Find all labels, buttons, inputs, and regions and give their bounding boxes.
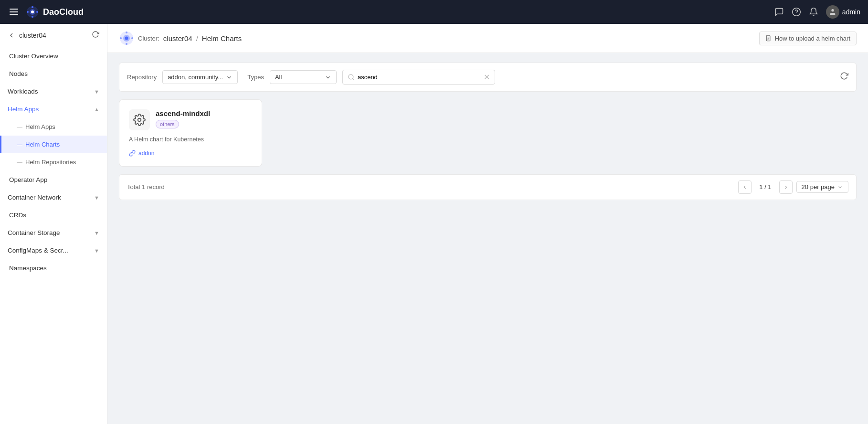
pagination-bar: Total 1 record 1 / 1 20 per page [119, 174, 857, 200]
svg-point-12 [125, 37, 128, 40]
sidebar-refresh-button[interactable] [92, 31, 99, 40]
page-info: 1 / 1 [755, 183, 775, 191]
link-icon [129, 150, 136, 157]
sidebar-item-operator-app[interactable]: Operator App [0, 171, 107, 189]
sidebar-item-workloads[interactable]: Workloads ▼ [0, 83, 107, 100]
avatar [826, 5, 839, 19]
sidebar-item-cluster-overview[interactable]: Cluster Overview [0, 47, 107, 65]
dash-icon: — [17, 124, 22, 130]
helm-apps-chevron-icon: ▲ [94, 106, 99, 112]
chart-repo: addon [129, 150, 252, 157]
container-network-chevron-icon: ▼ [94, 195, 99, 201]
back-arrow-icon [8, 32, 15, 39]
svg-point-2 [31, 11, 34, 13]
sidebar-item-configmaps[interactable]: ConfigMaps & Secr... ▼ [0, 242, 107, 259]
chart-card-ascend-mindxdl[interactable]: ascend-mindxdl others A Helm chart for K… [119, 99, 262, 167]
sidebar-item-helm-apps-sub[interactable]: —Helm Apps [0, 118, 107, 136]
per-page-chevron-icon [837, 184, 843, 190]
breadcrumb-separator: / [196, 34, 198, 42]
svg-point-7 [793, 8, 801, 16]
container-storage-chevron-icon: ▼ [94, 230, 99, 236]
sidebar-item-helm-charts[interactable]: —Helm Charts [0, 136, 107, 153]
sidebar-item-container-storage[interactable]: Container Storage ▼ [0, 224, 107, 242]
sidebar-item-container-network[interactable]: Container Network ▼ [0, 189, 107, 206]
types-value: All [275, 74, 282, 81]
sidebar-header: cluster04 [0, 24, 107, 47]
next-page-button[interactable] [779, 180, 793, 194]
svg-point-14 [126, 43, 127, 45]
breadcrumb-bar: Cluster: cluster04 / Helm Charts How to … [107, 24, 868, 53]
app-title: DaoCloud [43, 7, 84, 17]
main-content: Cluster: cluster04 / Helm Charts How to … [107, 24, 868, 424]
breadcrumb-cluster-label: Cluster: [138, 35, 159, 42]
sidebar: cluster04 Cluster Overview Nodes Workloa… [0, 24, 107, 424]
per-page-value: 20 per page [802, 183, 835, 191]
sidebar-item-helm-apps[interactable]: Helm Apps ▲ [0, 100, 107, 118]
search-clear-button[interactable]: ✕ [484, 73, 490, 82]
filter-bar: Repository addon, community... Types All… [119, 63, 857, 92]
repository-label: Repository [127, 74, 157, 81]
topnav: DaoCloud admin [0, 0, 868, 24]
charts-grid: ascend-mindxdl others A Helm chart for K… [119, 99, 857, 167]
svg-point-15 [120, 37, 122, 39]
help-icon[interactable] [792, 7, 801, 17]
dropdown-chevron-icon [226, 74, 233, 81]
user-menu[interactable]: admin [826, 5, 860, 19]
repository-select[interactable]: addon, community... [162, 70, 238, 84]
hamburger-menu[interactable] [8, 7, 20, 17]
help-link-button[interactable]: How to upload a helm chart [759, 32, 857, 45]
svg-point-23 [138, 118, 141, 122]
sidebar-item-helm-repos[interactable]: —Helm Repositories [0, 153, 107, 171]
chart-title-area: ascend-mindxdl others [156, 109, 252, 128]
sidebar-item-crds[interactable]: CRDs [0, 206, 107, 224]
cluster-name: cluster04 [19, 32, 46, 39]
svg-point-16 [131, 37, 133, 39]
bell-icon[interactable] [809, 7, 818, 17]
document-icon [765, 35, 772, 42]
chart-repo-name: addon [138, 150, 154, 157]
svg-point-5 [27, 11, 29, 13]
gear-icon [133, 114, 146, 126]
types-select[interactable]: All [270, 70, 337, 84]
configmaps-chevron-icon: ▼ [94, 248, 99, 254]
svg-point-9 [831, 9, 834, 11]
svg-line-22 [352, 78, 354, 80]
types-label: Types [247, 74, 264, 81]
back-to-clusters[interactable]: cluster04 [8, 32, 46, 39]
svg-point-21 [349, 74, 353, 79]
breadcrumb-cluster-name[interactable]: cluster04 [163, 34, 192, 42]
svg-point-4 [32, 16, 33, 18]
dash-icon: — [17, 159, 22, 166]
sidebar-nav: Cluster Overview Nodes Workloads ▼ Helm … [0, 47, 107, 424]
help-link-label: How to upload a helm chart [775, 35, 850, 42]
svg-point-13 [126, 32, 127, 33]
types-chevron-icon [325, 74, 331, 81]
breadcrumb-page: Helm Charts [202, 34, 242, 42]
chat-icon[interactable] [774, 7, 784, 17]
dash-icon: — [17, 141, 22, 148]
chart-title: ascend-mindxdl [156, 109, 252, 117]
pagination-controls: 1 / 1 20 per page [738, 180, 848, 194]
chart-card-header: ascend-mindxdl others [129, 109, 252, 130]
chart-description: A Helm chart for Kubernetes [129, 135, 252, 144]
page-content: Repository addon, community... Types All… [107, 53, 868, 424]
chart-icon-box [129, 109, 150, 130]
breadcrumb: Cluster: cluster04 / Helm Charts [119, 31, 242, 46]
svg-point-6 [36, 11, 38, 13]
refresh-button[interactable] [840, 72, 848, 83]
per-page-select[interactable]: 20 per page [796, 181, 848, 193]
repository-value: addon, community... [168, 74, 223, 81]
prev-page-button[interactable] [738, 180, 752, 194]
svg-point-3 [32, 6, 33, 8]
logo: DaoCloud [26, 5, 84, 19]
username: admin [842, 8, 860, 16]
search-box[interactable]: ✕ [342, 70, 495, 85]
search-input[interactable] [358, 74, 481, 81]
search-icon [348, 74, 355, 81]
pagination-total: Total 1 record [127, 183, 165, 191]
workloads-chevron-icon: ▼ [94, 89, 99, 95]
chart-tag: others [156, 120, 179, 128]
sidebar-item-nodes[interactable]: Nodes [0, 65, 107, 83]
cluster-icon [119, 31, 134, 46]
sidebar-item-namespaces[interactable]: Namespaces [0, 259, 107, 277]
